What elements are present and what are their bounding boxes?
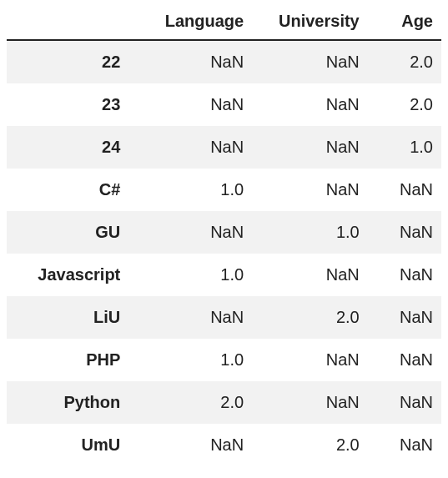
cell: NaN	[368, 254, 441, 296]
cell: 2.0	[368, 40, 441, 83]
cell: 2.0	[368, 83, 441, 126]
row-index: GU	[7, 211, 128, 254]
table-row: UmU NaN 2.0 NaN	[7, 424, 441, 466]
table-row: 23 NaN NaN 2.0	[7, 83, 441, 126]
cell: NaN	[128, 296, 252, 339]
cell: NaN	[368, 424, 441, 466]
cell: NaN	[128, 424, 252, 466]
header-row: Language University Age	[7, 7, 441, 40]
table-row: PHP 1.0 NaN NaN	[7, 339, 441, 381]
cell: 1.0	[368, 126, 441, 169]
index-header-blank	[7, 7, 128, 40]
cell: NaN	[252, 40, 368, 83]
row-index: 24	[7, 126, 128, 169]
row-index: Python	[7, 381, 128, 424]
table-row: C# 1.0 NaN NaN	[7, 169, 441, 211]
row-index: C#	[7, 169, 128, 211]
row-index: 22	[7, 40, 128, 83]
row-index: UmU	[7, 424, 128, 466]
cell: 1.0	[128, 169, 252, 211]
cell: NaN	[128, 83, 252, 126]
row-index: 23	[7, 83, 128, 126]
cell: 2.0	[252, 424, 368, 466]
cell: NaN	[368, 381, 441, 424]
row-index: Javascript	[7, 254, 128, 296]
cell: NaN	[128, 126, 252, 169]
cell: NaN	[368, 211, 441, 254]
cell: NaN	[128, 40, 252, 83]
col-header-age: Age	[368, 7, 441, 40]
table-row: GU NaN 1.0 NaN	[7, 211, 441, 254]
cell: NaN	[252, 169, 368, 211]
cell: NaN	[252, 254, 368, 296]
table-row: LiU NaN 2.0 NaN	[7, 296, 441, 339]
cell: NaN	[368, 296, 441, 339]
col-header-university: University	[252, 7, 368, 40]
dataframe-table: Language University Age 22 NaN NaN 2.0 2…	[7, 7, 441, 466]
table-row: 24 NaN NaN 1.0	[7, 126, 441, 169]
table: Language University Age 22 NaN NaN 2.0 2…	[7, 7, 441, 466]
cell: 1.0	[128, 339, 252, 381]
row-index: LiU	[7, 296, 128, 339]
table-row: Javascript 1.0 NaN NaN	[7, 254, 441, 296]
cell: NaN	[252, 83, 368, 126]
table-row: Python 2.0 NaN NaN	[7, 381, 441, 424]
row-index: PHP	[7, 339, 128, 381]
cell: NaN	[368, 169, 441, 211]
cell: 1.0	[252, 211, 368, 254]
cell: NaN	[252, 339, 368, 381]
cell: 1.0	[128, 254, 252, 296]
cell: NaN	[252, 381, 368, 424]
cell: NaN	[252, 126, 368, 169]
cell: NaN	[128, 211, 252, 254]
cell: 2.0	[128, 381, 252, 424]
cell: NaN	[368, 339, 441, 381]
col-header-language: Language	[128, 7, 252, 40]
table-row: 22 NaN NaN 2.0	[7, 40, 441, 83]
cell: 2.0	[252, 296, 368, 339]
